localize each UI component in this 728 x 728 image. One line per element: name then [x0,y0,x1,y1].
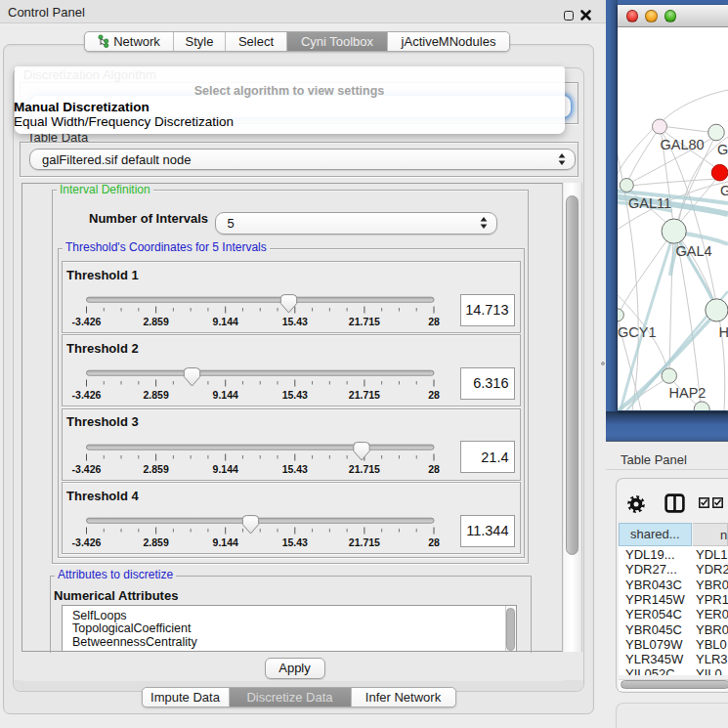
svg-text:2.859: 2.859 [143,389,168,401]
svg-text:-3.426: -3.426 [71,316,101,327]
svg-text:G: G [720,183,728,198]
svg-text:GAL11: GAL11 [628,195,671,211]
svg-text:GAL4: GAL4 [676,243,712,259]
svg-text:2.859: 2.859 [143,463,168,475]
svg-text:2.859: 2.859 [143,536,168,548]
svg-text:28: 28 [428,389,440,401]
svg-text:28: 28 [428,536,440,548]
svg-text:21.715: 21.715 [348,389,379,401]
svg-text:15.43: 15.43 [281,316,307,327]
svg-text:-3.426: -3.426 [71,463,101,475]
svg-text:H: H [719,324,728,340]
svg-text:-3.426: -3.426 [71,389,101,401]
svg-text:GAL80: GAL80 [661,137,705,152]
svg-text:GCY1: GCY1 [618,324,657,340]
svg-text:15.43: 15.43 [281,389,307,401]
svg-text:9.144: 9.144 [212,389,237,401]
svg-text:9.144: 9.144 [212,316,237,327]
svg-text:21.715: 21.715 [348,536,379,548]
svg-text:21.715: 21.715 [348,316,379,327]
svg-text:28: 28 [428,316,440,327]
svg-text:9.144: 9.144 [212,536,237,548]
svg-text:GA: GA [717,142,728,157]
svg-text:28: 28 [428,463,440,475]
svg-text:-3.426: -3.426 [71,536,101,548]
svg-text:15.43: 15.43 [281,536,307,548]
svg-text:HAP2: HAP2 [669,385,707,401]
svg-text:2.859: 2.859 [143,316,168,327]
svg-text:21.715: 21.715 [348,463,379,475]
svg-text:15.43: 15.43 [281,463,307,475]
svg-text:9.144: 9.144 [212,463,237,475]
